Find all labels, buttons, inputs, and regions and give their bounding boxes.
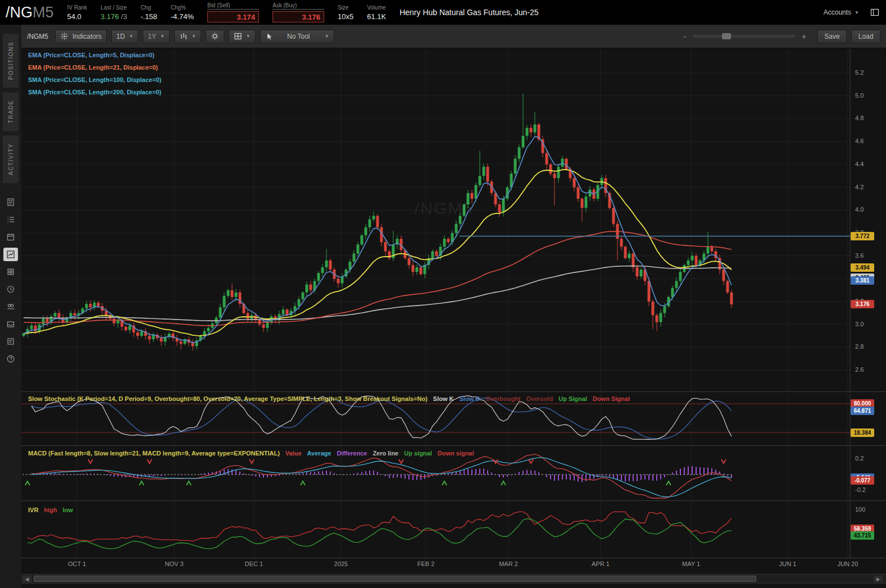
layout-dropdown[interactable]: ▼ xyxy=(229,30,256,43)
layout-grid-icon xyxy=(234,32,242,40)
sidebar-item-report[interactable] xyxy=(3,195,18,209)
ask-button[interactable]: 3.176 xyxy=(272,11,324,22)
load-button[interactable]: Load xyxy=(851,30,880,43)
price-plot-canvas xyxy=(21,48,886,559)
scrollbar-thumb[interactable] xyxy=(34,576,756,582)
drawing-tool-dropdown[interactable]: No Tool ▼ xyxy=(260,30,334,43)
zoom-slider-handle[interactable] xyxy=(722,33,731,39)
study-label-ema5[interactable]: EMA (Price=CLOSE, Length=5, Displace=0) xyxy=(28,52,155,58)
help-icon xyxy=(6,354,15,363)
sidebar-item-widget[interactable] xyxy=(3,335,18,348)
x-axis-label: FEB 2 xyxy=(417,560,435,567)
last-value: 3.176 xyxy=(101,12,119,21)
field-bid: Bid (Sell) 3.174 xyxy=(207,2,259,22)
ask-label: Ask (Buy) xyxy=(272,2,324,10)
legend-item: Value xyxy=(285,450,302,457)
symbol: /NG M5 xyxy=(6,4,54,21)
ask-value: 3.176 xyxy=(302,13,320,21)
legend-item: Slow D xyxy=(460,395,480,402)
study-title[interactable]: IVR xyxy=(28,507,38,513)
x-axis-label: JUN 1 xyxy=(779,560,797,567)
volume-label: Volume xyxy=(367,4,386,11)
indicators-label: Indicators xyxy=(72,33,102,40)
sidebar-tab-trade[interactable]: TRADE xyxy=(3,92,19,131)
field-chg: Chg -.158 xyxy=(140,4,157,21)
study-label-ema21[interactable]: EMA (Price=CLOSE, Length=21, Displace=0) xyxy=(28,64,158,71)
sidebar-item-chart[interactable] xyxy=(3,248,18,261)
sidebar-item-people[interactable] xyxy=(3,300,18,313)
sidebar-item-history[interactable] xyxy=(3,282,18,296)
indicators-button[interactable]: Indicators xyxy=(55,30,107,43)
study-title[interactable]: Slow Stochastic (K Period=14, D Period=9… xyxy=(28,395,428,402)
x-axis-label: DEC 1 xyxy=(245,560,263,567)
chart-type-dropdown[interactable]: ▼ xyxy=(174,30,201,43)
timeframe-value: 1D xyxy=(116,33,125,40)
sidebar-item-inbox[interactable] xyxy=(3,317,18,331)
chevron-down-icon: ▼ xyxy=(160,34,165,39)
scroll-right-button[interactable]: ▶ xyxy=(874,576,883,582)
sidebar-tab-positions[interactable]: POSITIONS xyxy=(3,34,19,88)
quote-header: /NG M5 IV Rank 54.0 Last / Size 3.176 /3… xyxy=(0,0,886,25)
bid-label: Bid (Sell) xyxy=(207,2,259,10)
iv-rank-label: IV Rank xyxy=(67,4,88,11)
macd-study-label: MACD (Fast length=8, Slow length=21, MAC… xyxy=(28,450,474,457)
x-axis-label: NOV 3 xyxy=(165,560,183,567)
sidebar-item-help[interactable] xyxy=(3,352,18,366)
sidebar-item-grid[interactable] xyxy=(3,265,18,279)
stochastic-study-label: Slow Stochastic (K Period=14, D Period=9… xyxy=(28,395,630,402)
field-size: Size 10x5 xyxy=(338,4,353,21)
x-axis-label: OCT 1 xyxy=(68,560,86,567)
scroll-left-button[interactable]: ◀ xyxy=(22,576,31,582)
time-scrollbar[interactable]: ◀ ▶ xyxy=(21,574,886,584)
last-size-label: Last / Size xyxy=(101,4,127,11)
legend-item: Up signal xyxy=(404,450,432,457)
range-value: 1Y xyxy=(148,33,156,40)
macd-average-line xyxy=(31,458,731,497)
symbol-root: /NG xyxy=(6,4,33,21)
cursor-icon xyxy=(265,33,272,40)
chart-area[interactable]: EMA (Price=CLOSE, Length=5, Displace=0) … xyxy=(21,48,886,588)
save-button[interactable]: Save xyxy=(817,30,847,43)
settings-button[interactable] xyxy=(206,30,224,43)
gear-icon xyxy=(211,32,219,40)
range-dropdown[interactable]: 1Y ▼ xyxy=(143,30,170,43)
header-right: Accounts ▼ xyxy=(820,8,886,17)
sidebar-tab-activity[interactable]: ACTIVITY xyxy=(3,135,19,183)
macd-histogram xyxy=(31,466,731,482)
field-ask: Ask (Buy) 3.176 xyxy=(272,2,324,22)
workspace-icon[interactable] xyxy=(870,8,879,16)
widget-icon xyxy=(6,337,15,346)
bid-button[interactable]: 3.174 xyxy=(207,11,259,22)
last-trade-size: /3 xyxy=(121,12,127,21)
iv-rank-value: 54.0 xyxy=(67,12,88,21)
calendar-icon xyxy=(6,233,15,241)
field-volume: Volume 61.1K xyxy=(367,4,386,21)
zoom-out-button[interactable]: - xyxy=(681,32,688,41)
sidebar-item-watchlist[interactable] xyxy=(3,213,18,226)
legend-item: Down Signal xyxy=(593,395,630,402)
zoom-in-button[interactable]: + xyxy=(799,32,808,41)
legend-item: Down signal xyxy=(438,450,474,457)
accounts-label: Accounts xyxy=(824,8,851,16)
zoom-slider[interactable] xyxy=(693,35,795,38)
bid-value: 3.174 xyxy=(237,13,255,21)
sma200-line xyxy=(24,266,731,321)
accounts-dropdown[interactable]: Accounts ▼ xyxy=(820,8,862,17)
study-label-sma100[interactable]: SMA (Price=CLOSE, Length=100, Displace=0… xyxy=(28,76,161,83)
ema5-line xyxy=(24,136,731,343)
macd-signal-arrows xyxy=(25,459,726,485)
volume-value: 61.1K xyxy=(367,12,386,21)
chevron-down-icon: ▼ xyxy=(325,34,329,39)
study-label-sma200[interactable]: SMA (Price=CLOSE, Length=200, Displace=0… xyxy=(28,89,161,95)
report-icon xyxy=(6,198,15,207)
study-title[interactable]: MACD (Fast length=8, Slow length=21, MAC… xyxy=(28,450,280,457)
trading-app-window: /NG M5 IV Rank 54.0 Last / Size 3.176 /3… xyxy=(0,0,886,588)
ivr-low-line xyxy=(28,519,731,549)
legend-item: Zero line xyxy=(372,450,398,457)
chevron-down-icon: ▼ xyxy=(855,10,859,15)
x-axis-label: JUN 20 xyxy=(838,560,858,567)
size-label: Size xyxy=(338,4,353,11)
sidebar-item-calendar[interactable] xyxy=(3,230,18,244)
legend-item: high xyxy=(44,507,57,513)
timeframe-dropdown[interactable]: 1D ▼ xyxy=(111,30,138,43)
